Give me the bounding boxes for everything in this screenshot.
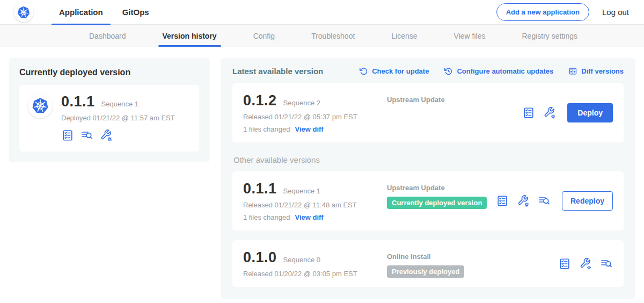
app-logo xyxy=(28,93,53,118)
sequence-label: Sequence 2 xyxy=(283,99,320,107)
kubernetes-app-icon xyxy=(29,95,52,117)
version-actions: Deploy xyxy=(522,103,613,122)
logs-icon[interactable] xyxy=(80,129,93,142)
version-card-0-1-2: 0.1.2 Sequence 2 Released 01/21/22 @ 05:… xyxy=(232,83,624,142)
released-timestamp: Released 01/21/22 @ 11:48 am EST xyxy=(243,201,382,209)
kubernetes-logo-icon xyxy=(15,4,32,21)
version-source: Online Install Previously deployed xyxy=(382,249,558,278)
deployed-version-number: 0.1.1 xyxy=(61,93,95,110)
tab-gitops[interactable]: GitOps xyxy=(113,0,159,25)
view-diff-link[interactable]: View diff xyxy=(295,213,323,221)
version-info: 0.1.1 Sequence 1 Released 01/21/22 @ 11:… xyxy=(243,181,382,221)
app-subnav: Dashboard Version history Config Trouble… xyxy=(0,25,644,47)
diff-icon xyxy=(568,67,577,76)
version-actions xyxy=(558,257,613,270)
logs-icon[interactable] xyxy=(538,194,551,207)
check-for-update-label: Check for update xyxy=(372,67,429,75)
config-edit-icon[interactable] xyxy=(100,129,113,142)
released-timestamp: Released 01/20/22 @ 03:05 pm EST xyxy=(243,270,382,278)
release-notes-icon[interactable] xyxy=(61,129,74,142)
subtab-troubleshoot[interactable]: Troubleshoot xyxy=(307,25,359,47)
top-navbar: Application GitOps Add a new application… xyxy=(0,0,644,25)
configure-automatic-updates-label: Configure automatic updates xyxy=(457,67,553,75)
deployed-timestamp: Deployed 01/21/22 @ 11:57 am EST xyxy=(61,114,175,122)
clock-refresh-icon xyxy=(444,67,453,76)
release-notes-icon[interactable] xyxy=(496,194,509,207)
previously-deployed-badge: Previously deployed xyxy=(387,265,464,278)
version-number: 0.1.2 xyxy=(243,92,277,109)
released-timestamp: Released 01/21/22 @ 05:37 pm EST xyxy=(243,113,382,121)
release-notes-icon[interactable] xyxy=(558,257,571,270)
source-label: Online Install xyxy=(387,252,558,261)
logout-button[interactable]: Log out xyxy=(602,8,629,17)
version-actions: Redeploy xyxy=(496,191,613,211)
main-content: Currently deployed version 0 xyxy=(0,47,644,303)
topnav-right: Add a new application Log out xyxy=(496,3,629,21)
refresh-icon xyxy=(359,67,368,76)
currently-deployed-title: Currently deployed version xyxy=(19,68,199,77)
deployed-version-card: 0.1.1 Sequence 1 Deployed 01/21/22 @ 11:… xyxy=(19,85,199,152)
other-versions-title: Other available versions xyxy=(233,155,624,164)
redeploy-button[interactable]: Redeploy xyxy=(562,191,613,211)
version-card-0-1-0: 0.1.0 Sequence 0 Released 01/20/22 @ 03:… xyxy=(232,240,624,287)
sequence-label: Sequence 1 xyxy=(283,187,320,195)
tab-application[interactable]: Application xyxy=(49,0,113,25)
deployed-sequence-label: Sequence 1 xyxy=(101,100,138,108)
files-changed-label: 1 files changed xyxy=(243,125,290,133)
kubernetes-logo[interactable] xyxy=(14,3,33,22)
config-edit-icon[interactable] xyxy=(543,106,556,119)
config-edit-icon[interactable] xyxy=(517,194,530,207)
diff-versions-link[interactable]: Diff versions xyxy=(568,67,624,76)
version-info: 0.1.2 Sequence 2 Released 01/21/22 @ 05:… xyxy=(243,92,382,133)
version-card-0-1-1: 0.1.1 Sequence 1 Released 01/21/22 @ 11:… xyxy=(232,171,624,230)
panel-header: Latest available version Check for updat… xyxy=(232,67,624,76)
diff-versions-label: Diff versions xyxy=(581,67,624,75)
config-view-icon[interactable] xyxy=(579,257,592,270)
configure-automatic-updates-link[interactable]: Configure automatic updates xyxy=(444,67,553,76)
version-number: 0.1.0 xyxy=(243,249,277,266)
version-source: Upstream Update xyxy=(382,92,522,104)
files-changed-label: 1 files changed xyxy=(243,213,290,221)
latest-version-title: Latest available version xyxy=(232,67,323,76)
deploy-button[interactable]: Deploy xyxy=(567,103,613,122)
add-new-application-button[interactable]: Add a new application xyxy=(496,3,589,21)
check-for-update-link[interactable]: Check for update xyxy=(359,67,429,76)
subtab-license[interactable]: License xyxy=(387,25,421,47)
subtab-view-files[interactable]: View files xyxy=(450,25,490,47)
subtab-version-history[interactable]: Version history xyxy=(158,25,221,47)
view-diff-link[interactable]: View diff xyxy=(295,125,323,133)
source-label: Upstream Update xyxy=(387,96,522,104)
deployed-version-info: 0.1.1 Sequence 1 Deployed 01/21/22 @ 11:… xyxy=(61,93,175,142)
subtab-dashboard[interactable]: Dashboard xyxy=(85,25,130,47)
version-info: 0.1.0 Sequence 0 Released 01/20/22 @ 03:… xyxy=(243,249,382,278)
subtab-registry-settings[interactable]: Registry settings xyxy=(517,25,581,47)
version-number: 0.1.1 xyxy=(243,181,277,197)
source-label: Upstream Update xyxy=(387,184,496,192)
release-notes-icon[interactable] xyxy=(522,106,535,119)
currently-deployed-badge: Currently deployed version xyxy=(387,197,487,209)
version-source: Upstream Update Currently deployed versi… xyxy=(382,181,496,209)
currently-deployed-panel: Currently deployed version 0 xyxy=(9,58,210,162)
version-history-panel: Latest available version Check for updat… xyxy=(221,58,635,299)
logs-icon[interactable] xyxy=(600,257,613,270)
subtab-config[interactable]: Config xyxy=(249,25,279,47)
deployed-actions xyxy=(61,129,175,142)
header-actions: Check for update Configure automatic upd… xyxy=(359,67,624,76)
sequence-label: Sequence 0 xyxy=(283,256,320,264)
